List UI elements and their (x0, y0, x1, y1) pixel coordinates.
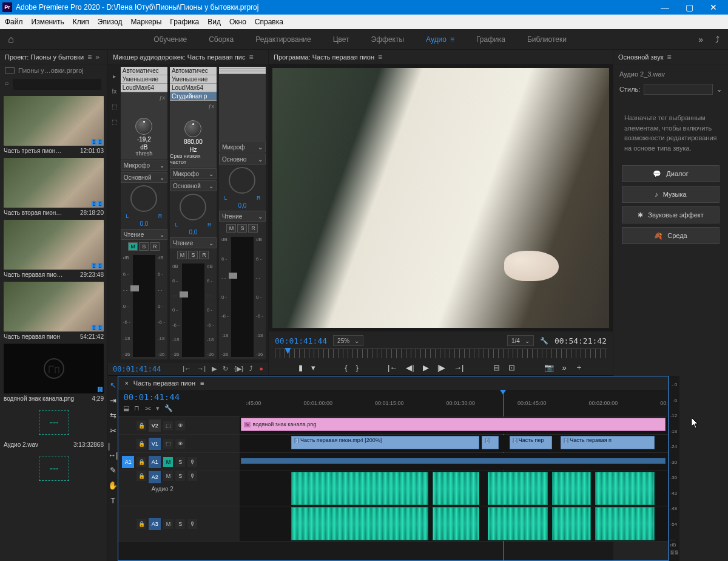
mute-button[interactable]: M (163, 457, 173, 467)
menu-Изменить[interactable]: Изменить (32, 18, 64, 26)
home-icon[interactable]: ⌂ (0, 34, 22, 45)
record-button[interactable]: R (199, 251, 209, 259)
fx-icon[interactable]: fx (112, 88, 117, 95)
clip-audio[interactable] (595, 472, 655, 505)
settings-icon[interactable]: 🔧 (164, 404, 173, 412)
link-icon[interactable]: ⫘ (144, 404, 151, 412)
program-timecode-left[interactable]: 00:01:41:44 (275, 336, 327, 345)
close-tab-icon[interactable]: × (124, 379, 128, 387)
track-a2-body[interactable] (240, 471, 667, 506)
solo-button[interactable]: S (175, 519, 185, 529)
clip-audio[interactable] (595, 507, 655, 540)
dropdown-icon[interactable]: ⌄ (716, 86, 722, 93)
project-item[interactable]: ▯▯Часть третья пион…12:01:03 (4, 96, 104, 154)
clip-audio[interactable] (433, 472, 480, 505)
slip-tool-icon[interactable]: |↔| (108, 441, 118, 460)
add-marker-icon[interactable]: ▾ (311, 363, 315, 372)
goto-in-icon[interactable]: |← (388, 363, 397, 372)
razor-tool-icon[interactable]: ✂ (110, 426, 116, 435)
project-item[interactable]: ▯водяной знак канала.png4;29 (4, 344, 104, 402)
settings-icon[interactable]: 🔧 (540, 337, 548, 345)
clip-audio-linked[interactable] (241, 458, 665, 464)
clip-audio[interactable] (291, 472, 428, 505)
track-a3-body[interactable] (240, 506, 667, 541)
mute-button[interactable]: M (163, 519, 173, 529)
fx-slots[interactable] (219, 67, 266, 74)
mixer-sel1[interactable]: Микрофо⌄ (121, 160, 167, 171)
step-back-icon[interactable]: ◀| (406, 363, 414, 372)
button-editor-icon[interactable]: ＋ (575, 362, 583, 373)
selection-tool-icon[interactable]: ↖ (110, 381, 116, 390)
timeline-timecode[interactable]: 00:01:41:44 (123, 392, 235, 402)
track-a1-body[interactable] (240, 453, 667, 471)
mixer-sel2[interactable]: Основной⌄ (121, 172, 167, 183)
solo-button[interactable]: S (188, 251, 198, 259)
workspace-Графика[interactable]: Графика (476, 35, 505, 44)
mixer-header[interactable]: Микшер аудиодорожек: Часть перавая пис ≡ (108, 50, 268, 64)
step-fwd-icon[interactable]: |▶ (437, 363, 445, 372)
clip-audio[interactable] (488, 507, 548, 540)
export-frame-icon[interactable]: 📷 (544, 363, 554, 372)
share-icon[interactable]: ⤴ (715, 35, 720, 44)
timeline-ruler[interactable]: :45:0000:01:00:0000:01:15:0000:01:30:000… (240, 390, 667, 416)
workspace-Редактирование[interactable]: Редактирование (255, 35, 311, 44)
panel-menu-icon[interactable]: ≡ (378, 53, 382, 61)
panel-menu-icon[interactable]: ≡ (667, 53, 671, 61)
program-zoom-select[interactable]: 25%⌄ (333, 335, 363, 346)
clip-audio[interactable] (433, 507, 480, 540)
project-search-input[interactable] (13, 79, 101, 90)
eye-icon[interactable]: 👁 (175, 421, 185, 430)
menu-Окно[interactable]: Окно (229, 18, 246, 26)
clip-video[interactable]: ▯ (482, 436, 499, 449)
pan-control[interactable]: LR0,0 (219, 165, 266, 210)
clip-audio[interactable] (291, 507, 428, 540)
solo-button[interactable]: S (139, 242, 149, 251)
send-icon[interactable]: ⬚ (112, 103, 117, 110)
track-a2-header[interactable]: 🔒 A2 M S 🎙 Аудио 2 (118, 471, 240, 506)
loop-icon[interactable]: ↻ (223, 365, 228, 373)
project-item[interactable]: ┅┅Аудио 2.wav3:13:32868 (4, 406, 104, 448)
record-icon[interactable]: ● (259, 365, 263, 373)
record-button[interactable]: R (150, 242, 160, 251)
goto-out-icon[interactable]: →| (454, 363, 463, 372)
workspace-Библиотеки[interactable]: Библиотеки (527, 35, 567, 44)
program-ruler[interactable] (275, 348, 607, 358)
lift-icon[interactable]: ⊟ (493, 363, 500, 372)
workspace-Эффекты[interactable]: Эффекты (371, 35, 405, 44)
mark-in-icon[interactable]: ▮ (298, 363, 303, 372)
fx-bypass-icon[interactable]: ƒx (159, 95, 165, 101)
lock-icon[interactable]: 🔒 (136, 421, 146, 430)
overflow-icon[interactable]: » (562, 363, 567, 372)
tag-Среда[interactable]: 🍂Среда (622, 227, 720, 244)
fader[interactable]: dB6 -- -0 --6 --18-36dB6 -- -0 --6 --18-… (121, 253, 167, 359)
track-v1-body[interactable]: ▯Часть перавая пион.mp4 [200%]▯▯Часть пе… (240, 435, 667, 452)
toggle-sync-icon[interactable]: ⬚ (163, 439, 173, 449)
hand-tool-icon[interactable]: ✋ (108, 481, 118, 490)
fx-slots[interactable]: АвтоматичесУменьшениеLoudMax64Студийная … (170, 67, 217, 101)
toggle-sync-icon[interactable]: ⬚ (163, 421, 173, 430)
track-select-tool-icon[interactable]: ⇥ (110, 396, 116, 405)
automation-mode[interactable]: Чтение⌄ (170, 237, 217, 248)
lock-icon[interactable]: 🔒 (136, 471, 146, 481)
fx-knob[interactable] (184, 120, 201, 137)
mixer-sel2[interactable]: Основно⌄ (219, 154, 266, 165)
fader[interactable]: dB6 -- -0 --6 --18-36dB6 -- -0 --6 --18-… (170, 261, 217, 359)
type-tool-icon[interactable]: T (110, 496, 115, 505)
voiceover-icon[interactable]: 🎙 (187, 519, 197, 529)
minimize-button[interactable]: — (653, 0, 677, 15)
ripple-tool-icon[interactable]: ⇆ (110, 411, 116, 420)
track-a1-header[interactable]: A1 🔒 A1 M S 🎙 (118, 453, 240, 471)
menu-Маркеры[interactable]: Маркеры (130, 18, 161, 26)
play-icon[interactable]: ▶ (212, 365, 217, 373)
project-breadcrumb[interactable]: Пионы у…овки.prproj (0, 64, 107, 76)
track-v2-body[interactable]: fx водяной знак канала.png (240, 416, 667, 434)
nest-icon[interactable]: ⬓ (123, 404, 129, 412)
close-button[interactable]: ✕ (701, 0, 726, 15)
fx-bypass-icon[interactable]: ƒx (208, 103, 214, 109)
clip-video[interactable]: ▯Часть перавая пион.mp4 [200%] (291, 436, 479, 449)
workspace-Цвет[interactable]: Цвет (333, 35, 349, 44)
panel-menu-icon[interactable]: ≡ (200, 379, 204, 387)
timeline-tab[interactable]: × Часть перавая пион ≡ (118, 376, 667, 390)
voiceover-icon[interactable]: 🎙 (187, 471, 197, 481)
tag-Диалог[interactable]: 💬Диалог (622, 165, 720, 182)
